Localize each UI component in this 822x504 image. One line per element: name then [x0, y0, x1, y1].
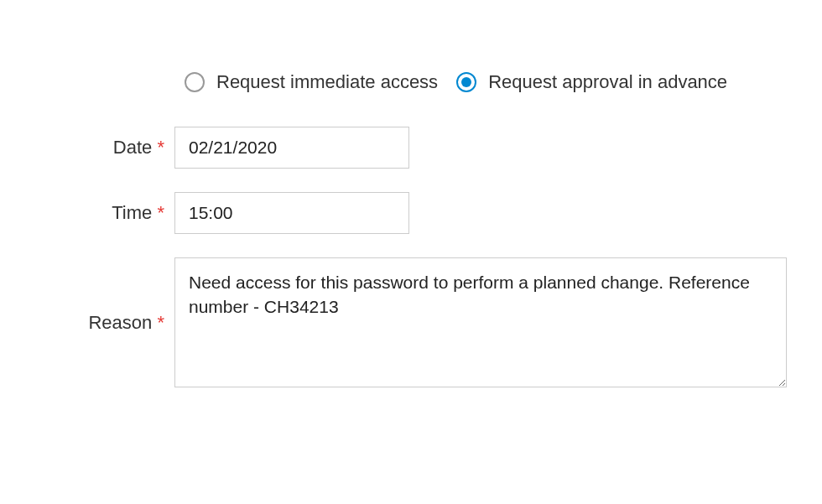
time-label-container: Time * [34, 202, 174, 224]
required-mark-icon: * [157, 202, 164, 223]
date-label-container: Date * [34, 137, 174, 158]
radio-option-immediate[interactable]: Request immediate access [185, 71, 438, 93]
time-label: Time [112, 202, 152, 223]
radio-option-advance[interactable]: Request approval in advance [456, 71, 727, 93]
form-row-date: Date * [34, 127, 788, 169]
time-input[interactable] [174, 192, 409, 234]
required-mark-icon: * [157, 137, 164, 158]
date-label: Date [113, 137, 152, 158]
radio-label-advance: Request approval in advance [488, 71, 727, 93]
radio-icon-checked [456, 72, 476, 92]
form-row-time: Time * [34, 192, 788, 234]
radio-dot-icon [461, 77, 471, 87]
access-type-radio-group: Request immediate access Request approva… [185, 71, 788, 93]
reason-textarea[interactable]: Need access for this password to perform… [174, 257, 787, 387]
form-row-reason: Reason * Need access for this password t… [34, 257, 788, 387]
access-request-form: Request immediate access Request approva… [34, 71, 788, 387]
radio-icon-unchecked [185, 72, 205, 92]
reason-label: Reason [88, 312, 152, 333]
radio-label-immediate: Request immediate access [216, 71, 438, 93]
required-mark-icon: * [157, 312, 164, 333]
reason-label-container: Reason * [34, 312, 174, 334]
date-input[interactable] [174, 127, 409, 169]
